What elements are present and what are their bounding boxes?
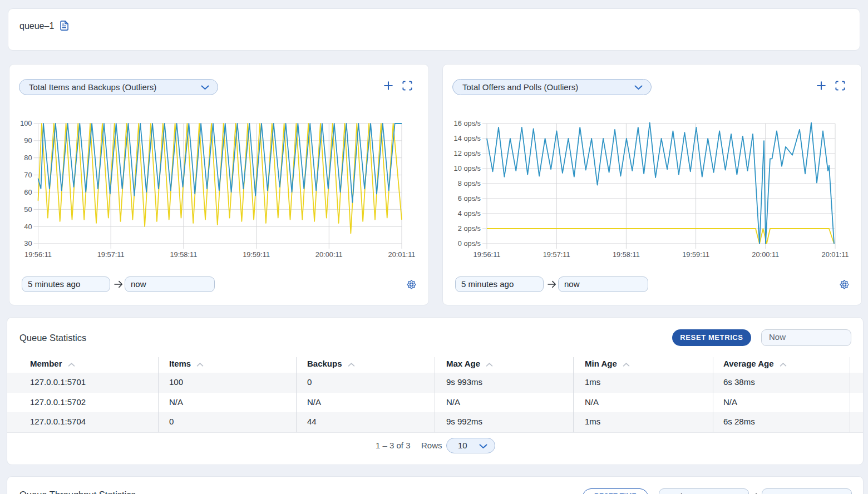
svg-text:19:56:11: 19:56:11 bbox=[24, 250, 52, 259]
svg-text:70: 70 bbox=[24, 171, 32, 179]
svg-text:0 ops/s: 0 ops/s bbox=[458, 239, 481, 248]
svg-text:2 ops/s: 2 ops/s bbox=[458, 224, 481, 233]
svg-text:14 ops/s: 14 ops/s bbox=[454, 134, 481, 142]
svg-text:16 ops/s: 16 ops/s bbox=[454, 119, 481, 127]
svg-text:80: 80 bbox=[24, 154, 32, 162]
svg-text:20:01:11: 20:01:11 bbox=[388, 250, 416, 259]
svg-text:20:00:11: 20:00:11 bbox=[752, 250, 779, 259]
svg-text:60: 60 bbox=[24, 188, 32, 196]
svg-text:50: 50 bbox=[24, 205, 32, 214]
svg-text:10 ops/s: 10 ops/s bbox=[454, 164, 481, 172]
svg-text:8 ops/s: 8 ops/s bbox=[458, 179, 481, 187]
svg-text:4 ops/s: 4 ops/s bbox=[458, 209, 481, 218]
svg-text:6 ops/s: 6 ops/s bbox=[458, 194, 481, 202]
svg-text:30: 30 bbox=[24, 239, 32, 248]
svg-text:19:56:11: 19:56:11 bbox=[474, 250, 501, 259]
svg-text:20:01:11: 20:01:11 bbox=[822, 250, 849, 259]
svg-text:12 ops/s: 12 ops/s bbox=[454, 149, 481, 157]
svg-text:19:58:11: 19:58:11 bbox=[613, 250, 640, 259]
svg-text:19:59:11: 19:59:11 bbox=[682, 250, 709, 259]
svg-text:19:59:11: 19:59:11 bbox=[243, 250, 270, 259]
svg-text:100: 100 bbox=[20, 119, 32, 127]
svg-text:90: 90 bbox=[24, 136, 32, 145]
svg-text:19:57:11: 19:57:11 bbox=[543, 250, 570, 259]
svg-text:40: 40 bbox=[24, 223, 32, 231]
svg-text:20:00:11: 20:00:11 bbox=[315, 250, 343, 259]
svg-text:19:58:11: 19:58:11 bbox=[170, 250, 197, 259]
svg-text:19:57:11: 19:57:11 bbox=[97, 250, 125, 259]
